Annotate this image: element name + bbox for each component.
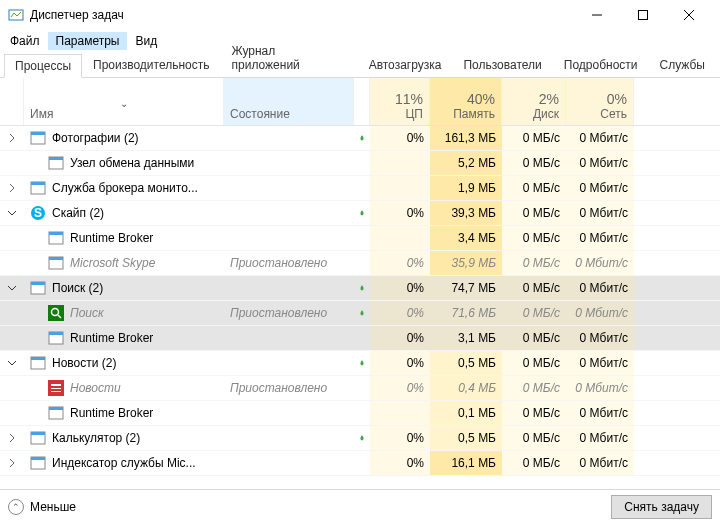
expander[interactable] bbox=[0, 226, 24, 250]
process-icon bbox=[30, 430, 46, 446]
network-value: 0 Мбит/с bbox=[566, 176, 634, 200]
leaf-icon bbox=[354, 276, 370, 300]
leaf-icon bbox=[354, 301, 370, 325]
disk-value: 0 МБ/с bbox=[502, 126, 566, 150]
expander[interactable] bbox=[0, 176, 24, 200]
expander[interactable] bbox=[0, 151, 24, 175]
process-name: Индексатор службы Mic... bbox=[52, 456, 196, 470]
table-row[interactable]: Калькулятор (2)0%0,5 МБ0 МБ/с0 Мбит/с bbox=[0, 426, 720, 451]
expander[interactable] bbox=[0, 401, 24, 425]
table-row[interactable]: Индексатор службы Mic...0%16,1 МБ0 МБ/с0… bbox=[0, 451, 720, 476]
expander[interactable] bbox=[0, 301, 24, 325]
svg-rect-9 bbox=[49, 157, 63, 160]
end-task-button[interactable]: Снять задачу bbox=[611, 495, 712, 519]
process-icon bbox=[30, 455, 46, 471]
process-name: Служба брокера монито... bbox=[52, 181, 198, 195]
cpu-value: 0% bbox=[370, 251, 430, 275]
header-state[interactable]: Состояние bbox=[224, 78, 354, 125]
process-name: Runtime Broker bbox=[70, 331, 153, 345]
process-name: Скайп (2) bbox=[52, 206, 104, 220]
network-value: 0 Мбит/с bbox=[566, 451, 634, 475]
network-value: 0 Мбит/с bbox=[566, 426, 634, 450]
process-state: Приостановлено bbox=[224, 301, 354, 325]
tab-app-history[interactable]: Журнал приложений bbox=[221, 39, 358, 77]
disk-value: 0 МБ/с bbox=[502, 251, 566, 275]
tab-processes[interactable]: Процессы bbox=[4, 54, 82, 78]
table-row[interactable]: Поиск (2)0%74,7 МБ0 МБ/с0 Мбит/с bbox=[0, 276, 720, 301]
disk-value: 0 МБ/с bbox=[502, 351, 566, 375]
leaf-icon bbox=[354, 451, 370, 475]
table-row[interactable]: ПоискПриостановлено0%71,6 МБ0 МБ/с0 Мбит… bbox=[0, 301, 720, 326]
process-icon bbox=[48, 230, 64, 246]
expander[interactable] bbox=[0, 451, 24, 475]
expander[interactable] bbox=[0, 126, 24, 150]
expander[interactable] bbox=[0, 351, 24, 375]
menu-view[interactable]: Вид bbox=[127, 32, 165, 50]
tab-users[interactable]: Пользователи bbox=[452, 53, 552, 77]
menu-file[interactable]: Файл bbox=[2, 32, 48, 50]
cpu-value: 0% bbox=[370, 426, 430, 450]
header-expand[interactable] bbox=[0, 78, 24, 125]
process-state bbox=[224, 351, 354, 375]
cpu-value: 0% bbox=[370, 276, 430, 300]
process-state bbox=[224, 201, 354, 225]
expander[interactable] bbox=[0, 201, 24, 225]
process-icon bbox=[48, 405, 64, 421]
cpu-value bbox=[370, 151, 430, 175]
table-row[interactable]: Фотографии (2)0%161,3 МБ0 МБ/с0 Мбит/с bbox=[0, 126, 720, 151]
header-cpu[interactable]: 11%ЦП bbox=[370, 78, 430, 125]
tab-startup[interactable]: Автозагрузка bbox=[358, 53, 453, 77]
menu-options[interactable]: Параметры bbox=[48, 32, 128, 50]
header-memory[interactable]: 40%Память bbox=[430, 78, 502, 125]
close-button[interactable] bbox=[666, 0, 712, 30]
table-row[interactable]: SСкайп (2)0%39,3 МБ0 МБ/с0 Мбит/с bbox=[0, 201, 720, 226]
expander[interactable] bbox=[0, 376, 24, 400]
minimize-button[interactable] bbox=[574, 0, 620, 30]
table-row[interactable]: Узел обмена данными5,2 МБ0 МБ/с0 Мбит/с bbox=[0, 151, 720, 176]
table-row[interactable]: Microsoft SkypeПриостановлено0%35,9 МБ0 … bbox=[0, 251, 720, 276]
process-state bbox=[224, 176, 354, 200]
expander[interactable] bbox=[0, 251, 24, 275]
process-state bbox=[224, 326, 354, 350]
memory-value: 0,5 МБ bbox=[430, 426, 502, 450]
expander[interactable] bbox=[0, 326, 24, 350]
table-row[interactable]: НовостиПриостановлено0%0,4 МБ0 МБ/с0 Мби… bbox=[0, 376, 720, 401]
process-name-cell: Поиск bbox=[24, 301, 224, 325]
table-row[interactable]: Runtime Broker3,4 МБ0 МБ/с0 Мбит/с bbox=[0, 226, 720, 251]
svg-rect-34 bbox=[51, 391, 61, 392]
svg-rect-29 bbox=[31, 357, 45, 360]
chevron-up-icon: ⌃ bbox=[8, 499, 24, 515]
table-row[interactable]: Runtime Broker0,1 МБ0 МБ/с0 Мбит/с bbox=[0, 401, 720, 426]
process-state bbox=[224, 401, 354, 425]
memory-value: 1,9 МБ bbox=[430, 176, 502, 200]
cpu-value bbox=[370, 401, 430, 425]
tab-details[interactable]: Подробности bbox=[553, 53, 649, 77]
memory-value: 16,1 МБ bbox=[430, 451, 502, 475]
svg-rect-16 bbox=[49, 232, 63, 235]
memory-value: 71,6 МБ bbox=[430, 301, 502, 325]
tab-services[interactable]: Службы bbox=[649, 53, 716, 77]
fewer-details-button[interactable]: ⌃ Меньше bbox=[8, 499, 611, 515]
table-row[interactable]: Новости (2)0%0,5 МБ0 МБ/с0 Мбит/с bbox=[0, 351, 720, 376]
table-row[interactable]: Runtime Broker0%3,1 МБ0 МБ/с0 Мбит/с bbox=[0, 326, 720, 351]
header-name[interactable]: ⌄ Имя bbox=[24, 78, 224, 125]
disk-value: 0 МБ/с bbox=[502, 451, 566, 475]
process-name-cell: SСкайп (2) bbox=[24, 201, 224, 225]
leaf-icon bbox=[354, 376, 370, 400]
svg-rect-36 bbox=[49, 407, 63, 410]
disk-value: 0 МБ/с bbox=[502, 401, 566, 425]
table-row[interactable]: Служба брокера монито...1,9 МБ0 МБ/с0 Мб… bbox=[0, 176, 720, 201]
process-name-cell: Runtime Broker bbox=[24, 401, 224, 425]
disk-value: 0 МБ/с bbox=[502, 176, 566, 200]
tab-performance[interactable]: Производительность bbox=[82, 53, 220, 77]
header-disk[interactable]: 2%Диск bbox=[502, 78, 566, 125]
header-network[interactable]: 0%Сеть bbox=[566, 78, 634, 125]
memory-value: 0,1 МБ bbox=[430, 401, 502, 425]
expander[interactable] bbox=[0, 426, 24, 450]
disk-value: 0 МБ/с bbox=[502, 301, 566, 325]
process-name-cell: Поиск (2) bbox=[24, 276, 224, 300]
expander[interactable] bbox=[0, 276, 24, 300]
maximize-button[interactable] bbox=[620, 0, 666, 30]
process-icon bbox=[30, 280, 46, 296]
column-headers: ⌄ Имя Состояние 11%ЦП 40%Память 2%Диск 0… bbox=[0, 78, 720, 126]
